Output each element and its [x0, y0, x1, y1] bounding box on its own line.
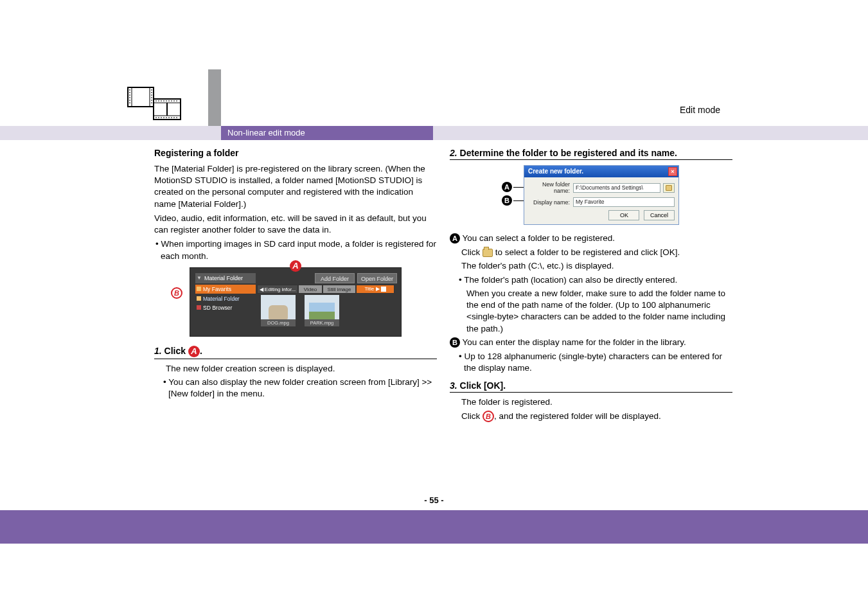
step-3-sub2a: Click: [461, 411, 483, 421]
explain-a-sub1a: Click: [461, 247, 483, 257]
intro-para-2: Video, audio, edit information, etc. wil…: [154, 213, 437, 236]
dialog-callout-a: A: [502, 182, 512, 192]
display-name-label: Display name:: [528, 199, 573, 206]
library-title: Material Folder: [195, 273, 256, 283]
side-sd[interactable]: SD Browser: [195, 303, 256, 312]
new-folder-label: New folder name:: [528, 181, 573, 194]
explain-a-sub3: When you create a new folder, make sure …: [466, 288, 732, 335]
dialog-title-text: Create new folder.: [528, 168, 583, 175]
explain-a-bullet: • The folder's path (location) can also …: [464, 274, 732, 286]
dialog-callout-b: B: [502, 195, 512, 206]
inline-badge-a: A: [450, 233, 460, 244]
step-1-bullet: • You can also display the new folder cr…: [168, 377, 437, 400]
thumbnail-1[interactable]: DOG.mpg: [261, 295, 296, 326]
left-column: Registering a folder The [Material Folde…: [154, 143, 437, 402]
intro-para-1: The [Material Folder] is pre-registered …: [154, 163, 437, 210]
mode-label: Edit mode: [680, 105, 720, 115]
step-2: 2. Determine the folder to be registered…: [450, 148, 732, 158]
step-2-number: 2.: [450, 148, 457, 158]
step-3-b-badge: B: [483, 411, 494, 422]
step-1-pre: Click: [164, 346, 188, 356]
close-icon[interactable]: ×: [668, 167, 677, 176]
favorite-folder[interactable]: My Favarits: [195, 285, 256, 294]
step-1-rule: [154, 359, 437, 359]
page-number: - 55 -: [0, 495, 868, 505]
thumbnail-2[interactable]: PARK.mpg: [305, 295, 339, 326]
explain-b: B You can enter the display name for the…: [450, 337, 732, 348]
step-3-number: 3.: [450, 380, 457, 391]
step-2-text: Determine the folder to be registered an…: [460, 148, 677, 158]
step-3-sub1: The folder is registered.: [461, 396, 732, 408]
explain-b-bullet: • Up to 128 alphanumeric (single-byte) c…: [464, 351, 732, 374]
gray-notch: [208, 69, 221, 126]
library-screenshot: A B Material Folder Add Folder Open Fold…: [190, 267, 402, 337]
filmstrip-icon: [125, 84, 183, 123]
explain-a-text: You can select a folder to be registered…: [463, 233, 615, 243]
section-title: Registering a folder: [154, 148, 437, 158]
open-folder-button[interactable]: Open Folder: [357, 273, 397, 283]
step-3: 3. Click [OK].: [450, 380, 732, 391]
right-column: 2. Determine the folder to be registered…: [450, 143, 732, 424]
step-3-text: Click [OK].: [460, 380, 506, 391]
explain-a-sub1: Click to select a folder to be registere…: [461, 247, 732, 258]
footer-bar: [0, 510, 868, 544]
thumbnail-1-caption: DOG.mpg: [261, 319, 296, 326]
callout-a-badge: A: [290, 260, 301, 272]
step-3-sub2b: , and the registered folder will be disp…: [494, 411, 661, 421]
ok-button[interactable]: OK: [608, 210, 639, 220]
step-1-sub: The new folder creation screen is displa…: [166, 363, 437, 375]
step-2-rule: [450, 159, 732, 160]
section-banner: Non-linear edit mode: [221, 126, 433, 140]
explain-a-sub1b: to select a folder to be registered and …: [493, 247, 680, 257]
explain-a-sub2: The folder's path (C:\, etc.) is display…: [461, 260, 732, 272]
tab-title-text: Title ▶: [364, 285, 379, 294]
content: Registering a folder The [Material Folde…: [154, 143, 740, 510]
folder-icon: [483, 249, 493, 257]
dialog-title: Create new folder. ×: [524, 166, 678, 177]
step-1: 1. Click A.: [154, 346, 437, 357]
step-1-a-badge: A: [188, 346, 200, 357]
dialog-screenshot: A B Create new folder. × New folder name…: [498, 165, 684, 225]
tab-title[interactable]: Title ▶: [356, 285, 394, 294]
explain-a: A You can select a folder to be register…: [450, 233, 732, 244]
dog-image: [269, 305, 288, 319]
step-3-rule: [450, 392, 732, 393]
explain-b-text: You can enter the display name for the f…: [463, 337, 686, 347]
callout-b-badge: B: [171, 287, 182, 299]
cancel-button[interactable]: Cancel: [644, 210, 675, 220]
display-name-input[interactable]: My Favorite: [573, 197, 675, 207]
banner-bg: [0, 126, 868, 140]
thumbnail-2-caption: PARK.mpg: [305, 319, 339, 326]
tab-editing[interactable]: ◀ Editing infor...: [257, 285, 298, 294]
intro-bullet: • When importing images in SD card input…: [154, 238, 437, 262]
step-1-post: .: [200, 346, 202, 356]
step-1-number: 1.: [154, 346, 162, 356]
park-image: [309, 303, 335, 319]
folder-icon: [666, 185, 672, 191]
step-3-sub2: Click B, and the registered folder will …: [461, 411, 732, 422]
add-folder-button[interactable]: Add Folder: [315, 273, 355, 283]
side-material[interactable]: Material Folder: [195, 294, 256, 303]
tab-still[interactable]: Still image: [323, 285, 356, 294]
thumb-icon: [381, 287, 386, 292]
tab-video[interactable]: Video: [298, 285, 323, 294]
top-margin: [0, 0, 868, 69]
inline-badge-b: B: [450, 337, 460, 348]
browse-button[interactable]: [663, 183, 675, 193]
new-folder-input[interactable]: F:\Documents and Settings\: [573, 183, 660, 193]
